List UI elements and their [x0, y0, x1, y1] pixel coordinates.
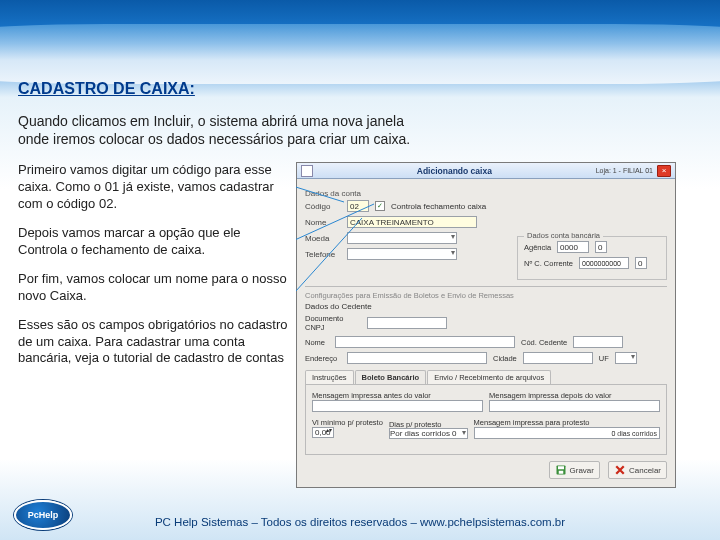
save-button[interactable]: Gravar [549, 461, 600, 479]
nome-cedente-input[interactable] [335, 336, 515, 348]
step-3: Por fim, vamos colocar um nome para o no… [18, 271, 288, 305]
controla-fechamento-checkbox[interactable]: ✓ [375, 201, 385, 211]
tab-boleto[interactable]: Boleto Bancário [355, 370, 427, 384]
cidade-label: Cidade [493, 354, 517, 363]
conta-input[interactable]: 0000000000 [579, 257, 629, 269]
tab-arquivos[interactable]: Envio / Recebimento de arquivos [427, 370, 551, 384]
moeda-select[interactable] [347, 232, 457, 244]
msg-antes-label: Mensagem impressa antes do valor [312, 391, 483, 400]
step-4: Esses são os campos obrigatórios no cada… [18, 317, 288, 368]
cancel-button[interactable]: Cancelar [608, 461, 667, 479]
msg-depois-label: Mensagem impressa depois do valor [489, 391, 660, 400]
codc-label: Cód. Cedente [521, 338, 567, 347]
msg-prot-label: Mensagem impressa para protesto [474, 418, 660, 427]
page-title: CADASTRO DE CAIXA: [18, 80, 702, 98]
intro-paragraph: Quando clicamos em Incluir, o sistema ab… [18, 112, 438, 148]
codc-input[interactable] [573, 336, 623, 348]
nome-cedente-label: Nome [305, 338, 329, 347]
instructions-column: Primeiro vamos digitar um código para es… [18, 162, 288, 488]
msg-depois-input[interactable] [489, 400, 660, 412]
uf-select[interactable] [615, 352, 637, 364]
checkbox-label: Controla fechamento caixa [391, 202, 486, 211]
dias-corridos-value: 0 dias corridos [474, 427, 660, 439]
codigo-input[interactable]: 02 [347, 200, 369, 212]
step-2: Depois vamos marcar a opção que ele Cont… [18, 225, 288, 259]
vmin-input[interactable]: 0,00 [312, 427, 334, 438]
moeda-label: Moeda [305, 234, 341, 243]
boleto-group-label: Configurações para Emissão de Boletos e … [305, 291, 667, 300]
agencia-digit-input[interactable]: 0 [595, 241, 607, 253]
close-icon[interactable]: × [657, 165, 671, 177]
titlebar: Adicionando caixa Loja: 1 - FILIAL 01 × [297, 163, 675, 179]
telefone-label: Telefone [305, 250, 341, 259]
uf-label: UF [599, 354, 609, 363]
end-input[interactable] [347, 352, 487, 364]
agencia-input[interactable]: 0000 [557, 241, 589, 253]
cedente-tab-label: Dados do Cedente [305, 302, 667, 311]
telefone-select[interactable] [347, 248, 457, 260]
cnpj-input[interactable] [367, 317, 447, 329]
codigo-label: Código [305, 202, 341, 211]
step-1: Primeiro vamos digitar um código para es… [18, 162, 288, 213]
msg-antes-input[interactable] [312, 400, 483, 412]
end-label: Endereço [305, 354, 341, 363]
cancel-icon [614, 464, 626, 476]
bank-group-title: Dados conta bancária [524, 231, 603, 240]
nome-label: Nome [305, 218, 341, 227]
conta-digit-input[interactable]: 0 [635, 257, 647, 269]
tab-instrucoes[interactable]: Instruções [305, 370, 354, 384]
app-window: Adicionando caixa Loja: 1 - FILIAL 01 × … [296, 162, 676, 488]
agencia-label: Agência [524, 243, 551, 252]
window-title: Adicionando caixa [313, 166, 596, 176]
nome-input[interactable]: CAIXA TREINAMENTO [347, 216, 477, 228]
window-icon [301, 165, 313, 177]
cnpj-label: Documento CNPJ [305, 314, 361, 332]
section-dados-conta: Dados da conta [305, 189, 667, 198]
footer-text: PC Help Sistemas – Todos os direitos res… [0, 516, 720, 528]
floppy-icon [555, 464, 567, 476]
svg-rect-1 [558, 467, 564, 470]
cidade-input[interactable] [523, 352, 593, 364]
svg-rect-2 [558, 471, 563, 474]
conta-label: Nº C. Corrente [524, 259, 573, 268]
dias-select[interactable]: Por dias corridos 0 [389, 428, 468, 439]
loja-label: Loja: 1 - FILIAL 01 [596, 167, 653, 174]
